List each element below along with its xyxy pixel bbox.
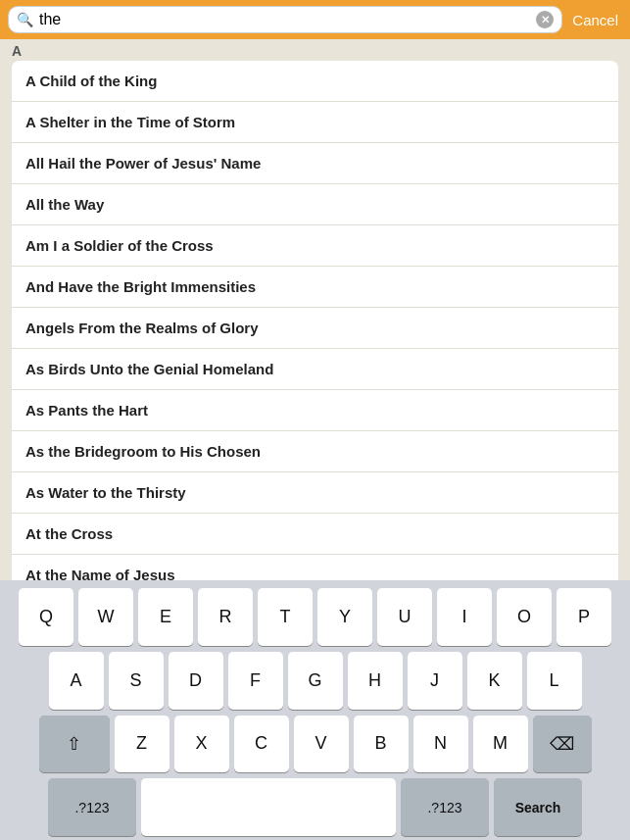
key-w[interactable]: W — [78, 588, 133, 646]
key-y[interactable]: Y — [317, 588, 372, 646]
key-u[interactable]: U — [377, 588, 432, 646]
results-area: AA Child of the KingA Shelter in the Tim… — [0, 39, 630, 580]
hymn-item[interactable]: And Have the Bright Immensities — [12, 267, 618, 308]
key-n[interactable]: N — [413, 716, 468, 773]
search-key[interactable]: Search — [494, 778, 582, 836]
hymn-item[interactable]: A Shelter in the Time of Storm — [12, 102, 618, 143]
hymn-item[interactable]: As Pants the Hart — [12, 390, 618, 431]
key-g[interactable]: G — [288, 652, 343, 710]
hymn-item[interactable]: At the Name of Jesus — [12, 555, 618, 580]
search-icon: 🔍 — [17, 12, 33, 27]
hymn-item[interactable]: Angels From the Realms of Glory — [12, 308, 618, 349]
key-h[interactable]: H — [348, 652, 403, 710]
keyboard-row-4: .?123.?123Search — [4, 778, 626, 836]
key-v[interactable]: V — [294, 716, 349, 773]
key-p[interactable]: P — [557, 588, 611, 646]
shift-key[interactable]: ⇧ — [39, 716, 110, 773]
key-a[interactable]: A — [49, 652, 104, 710]
key-o[interactable]: O — [497, 588, 552, 646]
key-z[interactable]: Z — [115, 716, 170, 773]
key-f[interactable]: F — [228, 652, 283, 710]
key-c[interactable]: C — [234, 716, 289, 773]
hymn-item[interactable]: As the Bridegroom to His Chosen — [12, 431, 618, 472]
key-m[interactable]: M — [473, 716, 528, 773]
numpad-left-key[interactable]: .?123 — [48, 778, 136, 836]
space-key[interactable] — [141, 778, 396, 836]
key-i[interactable]: I — [437, 588, 492, 646]
key-s[interactable]: S — [109, 652, 164, 710]
key-e[interactable]: E — [138, 588, 193, 646]
hymn-item[interactable]: As Water to the Thirsty — [12, 472, 618, 514]
key-l[interactable]: L — [527, 652, 582, 710]
hymn-item[interactable]: At the Cross — [12, 514, 618, 555]
clear-button[interactable]: ✕ — [536, 11, 554, 28]
backspace-key[interactable]: ⌫ — [533, 716, 592, 773]
key-t[interactable]: T — [258, 588, 313, 646]
key-k[interactable]: K — [467, 652, 522, 710]
cancel-button[interactable]: Cancel — [568, 12, 622, 28]
hymn-list-a: A Child of the KingA Shelter in the Time… — [12, 61, 618, 580]
keyboard-row-2: ASDFGHJKL — [4, 652, 626, 710]
key-q[interactable]: Q — [19, 588, 73, 646]
numpad-right-key[interactable]: .?123 — [401, 778, 489, 836]
search-bar: 🔍 ✕ Cancel — [0, 0, 630, 39]
key-b[interactable]: B — [354, 716, 409, 773]
keyboard: QWERTYUIOP ASDFGHJKL ⇧ZXCVBNM⌫ .?123.?12… — [0, 580, 630, 840]
keyboard-row-3: ⇧ZXCVBNM⌫ — [4, 716, 626, 773]
hymn-item[interactable]: All Hail the Power of Jesus' Name — [12, 143, 618, 184]
key-d[interactable]: D — [169, 652, 223, 710]
hymn-item[interactable]: All the Way — [12, 184, 618, 225]
search-input-wrapper: 🔍 ✕ — [8, 6, 562, 33]
key-r[interactable]: R — [198, 588, 253, 646]
section-header-a: A — [0, 39, 630, 61]
hymn-item[interactable]: Am I a Soldier of the Cross — [12, 225, 618, 267]
keyboard-row-1: QWERTYUIOP — [4, 588, 626, 646]
key-x[interactable]: X — [174, 716, 229, 773]
key-j[interactable]: J — [408, 652, 462, 710]
hymn-item[interactable]: As Birds Unto the Genial Homeland — [12, 349, 618, 390]
hymn-item[interactable]: A Child of the King — [12, 61, 618, 102]
search-input[interactable] — [39, 11, 530, 28]
